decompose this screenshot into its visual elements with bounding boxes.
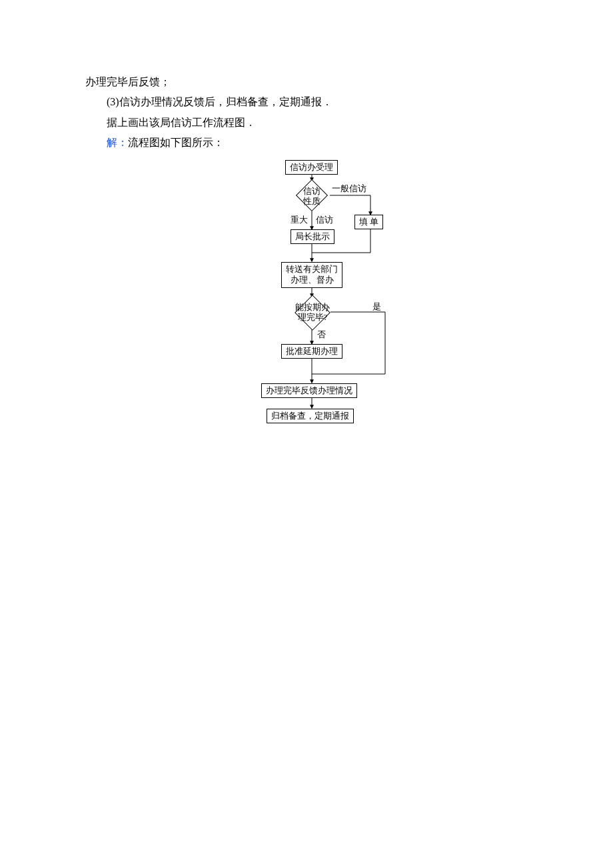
node-ontime-label: 能按期办 理完毕? <box>291 303 334 323</box>
node-extend: 批准延期办理 <box>281 344 342 359</box>
node-ontime-l1: 能按期办 <box>291 303 334 313</box>
edge-label-yes: 是 <box>372 301 381 312</box>
node-forward: 转送有关部门 办理、督办 <box>281 262 342 289</box>
node-nature-label: 信访性质 <box>299 187 324 207</box>
page: 办理完毕后反馈； (3)信访办理情况反馈后，归档备查，定期通报． 据上画出该局信… <box>0 0 613 437</box>
node-ontime-l2: 理完毕? <box>291 313 334 323</box>
edge-label-major-r: 信访 <box>316 215 333 225</box>
node-forward-l2: 办理、督办 <box>286 275 338 286</box>
node-archive: 归档备查，定期通报 <box>267 409 354 424</box>
solution-label: 解： <box>107 137 128 148</box>
body-line-2: (3)信访办理情况反馈后，归档备查，定期通报． <box>107 92 573 112</box>
solution-tail: 流程图如下图所示： <box>128 137 224 148</box>
solution-line: 解：流程图如下图所示： <box>107 133 573 153</box>
edge-label-major-l: 重大 <box>291 215 308 225</box>
body-line-1: 办理完毕后反馈； <box>85 72 573 92</box>
node-accept: 信访办受理 <box>285 160 338 175</box>
node-director-approve: 局长批示 <box>291 229 334 245</box>
edge-label-general: 一般信访 <box>332 183 366 194</box>
edge-label-no: 否 <box>317 329 326 340</box>
node-forward-l1: 转送有关部门 <box>286 264 338 275</box>
node-fill-form: 填 单 <box>354 215 383 230</box>
body-line-3: 据上画出该局信访工作流程图． <box>107 113 573 133</box>
flowchart: 信访办受理 信访性质 一般信访 重大 信访 填 单 局长批示 转送有关部门 办理… <box>243 157 416 437</box>
node-feedback: 办理完毕反馈办理情况 <box>261 383 357 399</box>
